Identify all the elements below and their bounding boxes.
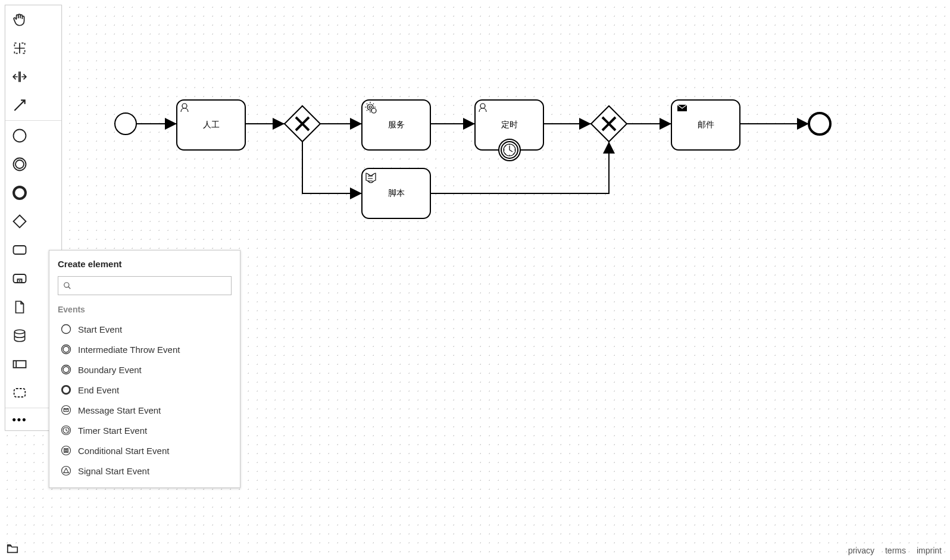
circle-signal-icon <box>60 465 72 477</box>
item-label: Conditional Start Event <box>78 446 169 456</box>
hand-tool[interactable] <box>5 5 34 34</box>
item-boundary-event[interactable]: Boundary Event <box>58 359 232 380</box>
svg-rect-9 <box>14 389 26 397</box>
data-object-tool[interactable] <box>5 293 34 321</box>
exclusive-gateway-tool[interactable] <box>5 207 34 236</box>
footer-left <box>6 542 19 555</box>
item-label: Intermediate Throw Event <box>78 345 180 355</box>
item-label: Boundary Event <box>78 365 142 375</box>
space-tool[interactable] <box>5 62 34 91</box>
popup-search-input[interactable] <box>71 281 226 290</box>
item-signal-start-event[interactable]: Signal Start Event <box>58 461 232 481</box>
subprocess-tool[interactable] <box>5 264 34 293</box>
svg-point-3 <box>14 187 26 199</box>
item-label: Message Start Event <box>78 405 161 415</box>
circle-thin-icon <box>60 323 72 335</box>
circle-timer-icon <box>60 424 72 436</box>
popup-search[interactable] <box>58 276 232 295</box>
intermediate-event-tool[interactable] <box>5 150 34 179</box>
circle-thick-icon <box>60 384 72 396</box>
svg-point-19 <box>64 283 69 287</box>
footer-terms[interactable]: terms <box>885 546 906 555</box>
svg-point-25 <box>62 386 70 393</box>
group-tool[interactable] <box>5 378 34 407</box>
footer-imprint[interactable]: imprint <box>917 546 942 555</box>
svg-rect-8 <box>14 361 26 368</box>
svg-point-7 <box>14 330 24 334</box>
item-label: Start Event <box>78 324 122 334</box>
svg-point-20 <box>62 325 71 334</box>
item-label: Signal Start Event <box>78 466 149 476</box>
footer-privacy[interactable]: privacy <box>848 546 874 555</box>
circle-message-icon <box>60 404 72 416</box>
svg-point-2 <box>15 160 24 168</box>
svg-rect-4 <box>14 246 26 254</box>
popup-group-label: Events <box>58 305 232 314</box>
participant-tool[interactable] <box>5 350 34 378</box>
circle-conditional-icon <box>60 445 72 456</box>
lasso-tool[interactable] <box>5 34 34 62</box>
start-event-tool[interactable] <box>5 121 34 150</box>
popup-title: Create element <box>58 259 232 269</box>
item-label: End Event <box>78 385 119 395</box>
end-event-tool[interactable] <box>5 179 34 207</box>
folder-icon[interactable] <box>6 542 19 555</box>
search-icon <box>63 281 71 290</box>
item-intermediate-throw-event[interactable]: Intermediate Throw Event <box>58 339 232 359</box>
global-connect-tool[interactable] <box>5 91 34 120</box>
circle-double-icon <box>60 364 72 376</box>
data-store-tool[interactable] <box>5 321 34 350</box>
item-label: Timer Start Event <box>78 426 147 436</box>
circle-double-icon <box>60 343 72 355</box>
item-conditional-start-event[interactable]: Conditional Start Event <box>58 440 232 461</box>
svg-point-22 <box>63 346 69 352</box>
svg-point-0 <box>14 130 26 142</box>
more-tools[interactable]: ••• <box>5 409 34 430</box>
popup-list: Events Start Event Intermediate Throw Ev… <box>58 304 232 485</box>
svg-point-24 <box>63 367 69 373</box>
create-element-popup: Create element Events Start Event Interm… <box>49 250 240 488</box>
item-start-event[interactable]: Start Event <box>58 319 232 339</box>
task-tool[interactable] <box>5 236 34 264</box>
item-timer-start-event[interactable]: Timer Start Event <box>58 420 232 440</box>
item-message-start-event[interactable]: Message Start Event <box>58 400 232 420</box>
footer-links: privacy terms imprint <box>848 546 942 555</box>
item-end-event[interactable]: End Event <box>58 380 232 400</box>
